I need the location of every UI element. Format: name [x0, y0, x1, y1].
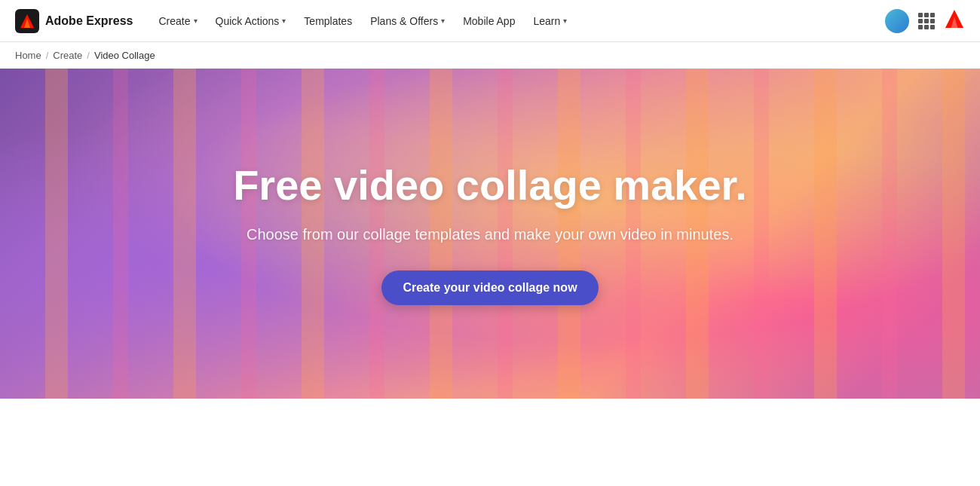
breadcrumb-current: Video Collage [94, 50, 155, 61]
nav-create[interactable]: Create ▾ [151, 11, 204, 32]
nav-plans-offers[interactable]: Plans & Offers ▾ [363, 11, 452, 32]
logo-text: Adobe Express [45, 14, 133, 28]
nav-mobile-app[interactable]: Mobile App [455, 11, 522, 32]
hero-subtitle: Choose from our collage templates and ma… [233, 226, 747, 243]
hero-content: Free video collage maker. Choose from ou… [218, 147, 762, 321]
nav-learn[interactable]: Learn ▾ [525, 11, 574, 32]
logo-icon [15, 9, 39, 33]
breadcrumb: Home / Create / Video Collage [0, 42, 980, 69]
chevron-down-icon: ▾ [441, 17, 445, 25]
nav-templates[interactable]: Templates [296, 11, 360, 32]
breadcrumb-create[interactable]: Create [53, 50, 82, 61]
hero-section: Free video collage maker. Choose from ou… [0, 69, 980, 399]
below-hero-section [0, 399, 980, 474]
hero-title: Free video collage maker. [233, 162, 747, 209]
avatar[interactable] [885, 9, 909, 33]
apps-grid-icon[interactable] [918, 13, 935, 29]
breadcrumb-sep-2: / [87, 50, 90, 61]
chevron-down-icon: ▾ [194, 17, 198, 25]
create-collage-button[interactable]: Create your video collage now [381, 271, 598, 305]
nav-links: Create ▾ Quick Actions ▾ Templates Plans… [151, 11, 885, 32]
breadcrumb-sep-1: / [46, 50, 49, 61]
logo-link[interactable]: Adobe Express [15, 9, 133, 33]
nav-right [885, 8, 965, 34]
chevron-down-icon: ▾ [563, 17, 567, 25]
navbar: Adobe Express Create ▾ Quick Actions ▾ T… [0, 0, 980, 42]
nav-quick-actions[interactable]: Quick Actions ▾ [208, 11, 294, 32]
adobe-logo-icon[interactable] [944, 8, 965, 34]
chevron-down-icon: ▾ [282, 17, 286, 25]
breadcrumb-home[interactable]: Home [15, 50, 41, 61]
